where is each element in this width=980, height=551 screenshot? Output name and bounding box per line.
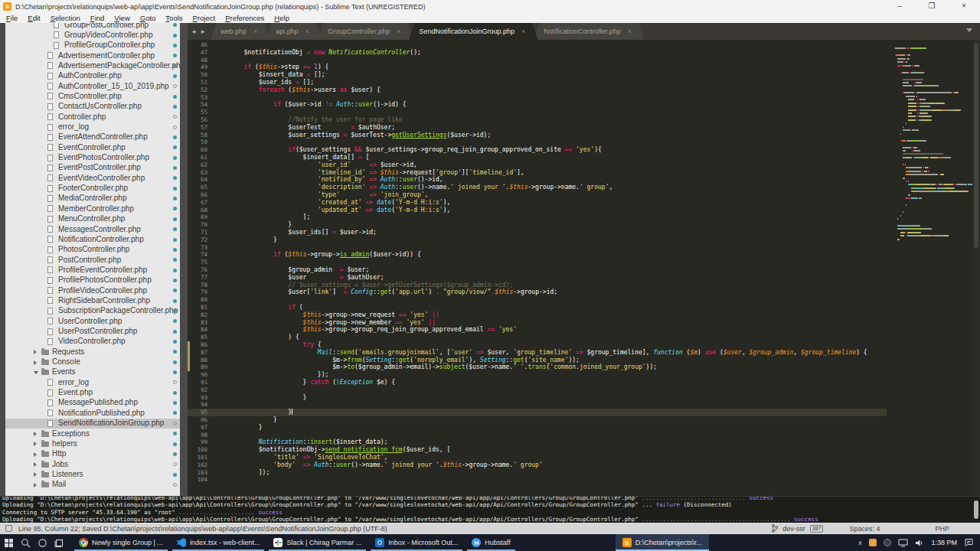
tree-folder-Listeners[interactable]: Listeners [5, 469, 180, 479]
code-line[interactable]: 55 [188, 109, 887, 116]
action-center-icon[interactable] [964, 538, 974, 547]
code-line[interactable]: 75 [188, 259, 887, 266]
tree-folder-Http[interactable]: Http [5, 449, 180, 459]
menu-help[interactable]: Help [274, 14, 289, 22]
tab-NotificationController.php[interactable]: NotificationController.php× [534, 23, 644, 40]
code-line[interactable]: 99 Notification::insert($insert_data); [188, 439, 887, 446]
tree-file-NotificationPublished.php[interactable]: NotificationPublished.php [5, 408, 180, 418]
code-line[interactable]: 58 $user_settings = $userTest->getUserSe… [188, 132, 887, 139]
expand-arrow-icon[interactable] [34, 432, 37, 436]
tree-file-AdvertisementPackageController.php[interactable]: AdvertisementPackageController.php [5, 60, 180, 70]
taskbar-app-sublime[interactable]: SD:\Chetan\projects\r... [616, 534, 709, 551]
code-line[interactable]: 100 $notificationObj->send_notification_… [188, 446, 887, 454]
close-icon[interactable]: × [305, 28, 309, 35]
code-line[interactable]: 62 'user_id' => $user->id, [188, 161, 887, 169]
tree-folder-Exceptions[interactable]: Exceptions [5, 429, 180, 439]
tree-file-PostController.php[interactable]: PostController.php [5, 255, 180, 265]
sidebar-right-scrollbar[interactable] [180, 23, 188, 496]
code-line[interactable]: 60 if($user_settings && $user_settings->… [188, 146, 887, 154]
code-line[interactable]: 80 [188, 296, 887, 304]
tree-file-ProfilePhotosController.php[interactable]: ProfilePhotosController.php [5, 276, 180, 285]
code-line[interactable]: 86 try { [188, 341, 887, 349]
code-line[interactable]: 53 [188, 94, 887, 102]
editor-scrollbar-thumb[interactable] [974, 43, 978, 248]
close-icon[interactable]: × [521, 28, 525, 35]
tree-file-ProfileVideoController.php[interactable]: ProfileVideoController.php [5, 285, 180, 295]
tree-file-EventVideoController.php[interactable]: EventVideoController.php [5, 173, 180, 183]
menu-project[interactable]: Project [193, 14, 216, 22]
search-button[interactable] [17, 534, 34, 551]
code-line[interactable]: 46 [188, 41, 887, 49]
tree-folder-helpers[interactable]: helpers [5, 439, 180, 448]
code-line[interactable]: 101 'title' => 'SinglesLoveToChat', [188, 454, 887, 461]
tree-file-MediaController.php[interactable]: MediaController.php [5, 194, 180, 204]
tree-file-AuthController.php[interactable]: AuthController.php [5, 71, 180, 81]
tree-file-GroupPostController.php[interactable]: GroupPostController.php [5, 23, 180, 30]
tab-api.php[interactable]: api.php× [266, 23, 322, 40]
tree-file-EventPhotosController.php[interactable]: EventPhotosController.php [5, 153, 180, 163]
expand-arrow-icon[interactable] [34, 371, 38, 374]
tree-file-EventPostController.php[interactable]: EventPostController.php [5, 163, 180, 173]
code-line[interactable]: 70 } [188, 221, 887, 229]
tree-file-ContactUsController.php[interactable]: ContactUsController.php [5, 102, 180, 112]
tab-nav-arrows-icon[interactable]: ◄ ► [191, 28, 207, 35]
code-line[interactable]: 52 foreach ($this->users as $user) { [188, 86, 887, 94]
tray-expand-icon[interactable]: ∧ [858, 540, 863, 546]
tree-file-ProfileGroupController.php[interactable]: ProfileGroupController.php [5, 41, 180, 51]
status-panel-icon[interactable] [5, 525, 12, 532]
syntax-status[interactable]: PHP [935, 525, 949, 533]
code-line[interactable]: 76 $group_admin = $user; [188, 266, 887, 274]
tray-app-icon[interactable] [869, 539, 877, 546]
start-button[interactable] [0, 534, 17, 551]
tree-file-MessagesController.php[interactable]: MessagesController.php [5, 224, 180, 234]
task-view-button[interactable] [51, 534, 67, 551]
tree-file-NotificationController.php[interactable]: NotificationController.php [5, 234, 180, 244]
code-line[interactable]: 84 $this->group->group_req_join_group_ap… [188, 326, 887, 334]
tree-file-Controller.php[interactable]: Controller.php [5, 112, 180, 122]
code-line[interactable]: 103 ]); [188, 469, 887, 477]
code-line[interactable]: 96 } [188, 416, 887, 424]
tree-file-error_log[interactable]: error_log [5, 122, 180, 132]
tree-file-CmsController.php[interactable]: CmsController.php [5, 91, 180, 101]
code-line[interactable]: 51 $user_ids = []; [188, 79, 887, 86]
code-line[interactable]: 65 'description' => Auth::user()->name.'… [188, 184, 887, 191]
tree-file-RightSidebarController.php[interactable]: RightSidebarController.php [5, 295, 180, 305]
menu-tools[interactable]: Tools [165, 14, 182, 22]
code-line[interactable]: 66 'type' => 'join_group', [188, 191, 887, 199]
expand-arrow-icon[interactable] [34, 360, 37, 365]
taskbar-app-chrome[interactable]: Newly single Group | ... [72, 534, 170, 551]
code-line[interactable]: 92 [188, 386, 887, 394]
tree-file-EventController.php[interactable]: EventController.php [5, 142, 180, 152]
tree-file-UserController.php[interactable]: UserController.php [5, 316, 180, 326]
tree-file-UserPostController.php[interactable]: UserPostController.php [5, 327, 180, 337]
code-line[interactable]: 87 Mail::send('emails.groupjoinmail', ['… [188, 349, 887, 357]
tray-app2-icon[interactable] [884, 539, 891, 546]
tree-file-PhotosController.php[interactable]: PhotosController.php [5, 245, 180, 255]
taskbar-app-slack[interactable]: Slack | Chirag Parmar ... [266, 534, 368, 551]
tree-folder-Events[interactable]: Events [5, 367, 180, 377]
code-line[interactable]: 74 if ($this->group->is_admin($user->id)… [188, 251, 887, 259]
code-line[interactable]: 50 $insert_data = []; [188, 71, 887, 79]
menu-selection[interactable]: Selection [51, 14, 80, 22]
clock[interactable]: 1:38 PM [931, 539, 957, 546]
git-branch-name[interactable]: dev-ssr [782, 525, 805, 533]
code-line[interactable]: 77 $user = $authUser; [188, 274, 887, 282]
code-line[interactable]: 104 [188, 476, 887, 484]
tree-file-MenuController.php[interactable]: MenuController.php [5, 214, 180, 224]
code-line[interactable]: 64 'notified_by' => Auth::user()->id, [188, 176, 887, 184]
expand-arrow-icon[interactable] [34, 452, 37, 457]
code-line[interactable]: 89 $m->to($group_admin->email)->subject(… [188, 364, 887, 371]
close-icon[interactable]: × [253, 28, 257, 35]
menu-goto[interactable]: Goto [140, 14, 156, 22]
expand-arrow-icon[interactable] [34, 442, 37, 446]
expand-arrow-icon[interactable] [34, 472, 37, 477]
code-line[interactable]: 90 }); [188, 371, 887, 379]
menu-edit[interactable]: Edit [28, 14, 40, 22]
tab-SendNotificationJoinGroup.php[interactable]: SendNotificationJoinGroup.php× [409, 23, 537, 40]
code-line[interactable]: 68 'updated_at' => date('Y-m-d H:i:s'), [188, 207, 887, 214]
tree-folder-Jobs[interactable]: Jobs [5, 459, 180, 469]
minimize-button[interactable]: – [884, 0, 916, 13]
code-line[interactable]: 79 $user['link'] = Config::get('app.url'… [188, 289, 887, 296]
maximize-button[interactable]: ❐ [916, 0, 948, 13]
code-line[interactable]: 81 if ( [188, 304, 887, 311]
